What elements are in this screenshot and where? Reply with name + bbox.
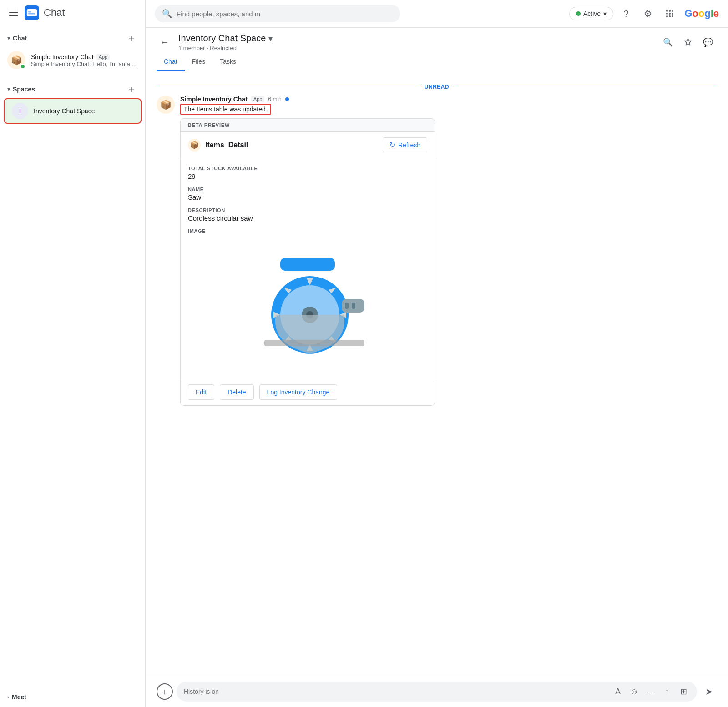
card-title: Items_Detail (205, 141, 248, 149)
settings-icon[interactable]: ⚙ (639, 5, 657, 23)
help-icon[interactable]: ? (617, 5, 635, 23)
field-total-stock-value: 29 (188, 172, 427, 180)
field-name-label: NAME (188, 187, 427, 192)
tab-tasks[interactable]: Tasks (212, 53, 243, 71)
delete-button[interactable]: Delete (220, 384, 253, 400)
upload-icon[interactable]: ↑ (661, 685, 673, 698)
chat-section: ▾ Chat ＋ 📦 Simple Inventory Chat App Sim… (0, 25, 145, 76)
sidebar-header: Chat (0, 0, 145, 25)
svg-point-13 (672, 15, 673, 17)
chat-header-dropdown-icon[interactable]: ▾ (268, 34, 273, 44)
active-status-button[interactable]: Active ▾ (569, 7, 613, 20)
chat-header-name: Inventory Chat Space (178, 33, 266, 44)
svg-point-12 (669, 15, 671, 17)
circular-saw-svg (239, 244, 376, 358)
more-options-icon[interactable]: ⋯ (644, 685, 657, 698)
chat-section-header[interactable]: ▾ Chat ＋ (0, 29, 145, 47)
chat-item-preview: Simple Inventory Chat: Hello, I'm an awe… (31, 61, 138, 67)
message-text: The Items table was updated. (180, 104, 717, 115)
svg-point-6 (669, 10, 671, 12)
search-input[interactable] (177, 10, 393, 18)
sidebar: Chat ▾ Chat ＋ 📦 Simple Inventory Chat Ap… (0, 0, 146, 707)
message-sender-badge: App (251, 96, 265, 102)
spaces-section-left: ▾ Spaces (7, 86, 35, 93)
svg-point-10 (672, 13, 673, 15)
search-chat-icon[interactable]: 🔍 (659, 33, 677, 51)
message-header: Simple Inventory Chat App 6 min (180, 96, 717, 103)
spaces-section: ▾ Spaces ＋ I Inventory Chat Space (0, 76, 145, 127)
svg-point-9 (669, 13, 671, 15)
space-item-inventory[interactable]: I Inventory Chat Space (4, 98, 142, 124)
svg-rect-29 (345, 303, 349, 309)
active-chevron-icon: ▾ (603, 10, 607, 17)
field-total-stock: TOTAL STOCK AVAILABLE 29 (188, 166, 427, 180)
meet-chevron-icon: › (7, 694, 9, 700)
back-button[interactable]: ← (157, 34, 173, 50)
search-icon: 🔍 (162, 9, 172, 19)
search-bar[interactable]: 🔍 (155, 5, 400, 22)
meet-header[interactable]: › Meet (0, 691, 145, 703)
items-detail-card: BETA PREVIEW 📦 Items_Detail ↻ Refresh (180, 118, 435, 406)
edit-button[interactable]: Edit (188, 384, 214, 400)
space-avatar: I (12, 103, 28, 119)
message-input-bar: ＋ A ☺ ⋯ ↑ ⊞ ➤ (146, 676, 728, 707)
hamburger-icon[interactable] (7, 8, 20, 18)
field-description-value: Cordless circular saw (188, 214, 427, 222)
apps-icon[interactable] (661, 5, 679, 23)
svg-rect-15 (280, 258, 335, 271)
meet-label: Meet (12, 693, 26, 701)
chat-item-simple-inventory[interactable]: 📦 Simple Inventory Chat App Simple Inven… (0, 47, 145, 73)
add-space-icon[interactable]: ＋ (125, 83, 138, 96)
spaces-section-header[interactable]: ▾ Spaces ＋ (0, 80, 145, 98)
chat-bubble-icon[interactable]: 💬 (699, 33, 717, 51)
text-format-icon[interactable]: A (612, 685, 624, 698)
avatar-online-badge (20, 64, 25, 69)
tab-files[interactable]: Files (185, 53, 213, 71)
active-dot-icon (576, 11, 581, 16)
field-name-value: Saw (188, 193, 427, 201)
space-item-name: Inventory Chat Space (34, 107, 95, 115)
send-button[interactable]: ➤ (701, 683, 717, 700)
chat-section-label: Chat (13, 35, 27, 42)
video-add-icon[interactable]: ⊞ (677, 685, 690, 698)
card-actions: Edit Delete Log Inventory Change (181, 379, 435, 405)
svg-rect-30 (352, 303, 355, 309)
card-header-left: 📦 Items_Detail (188, 139, 248, 152)
topbar-right: Active ▾ ? ⚙ Google (569, 5, 719, 23)
log-inventory-change-button[interactable]: Log Inventory Change (259, 384, 338, 400)
tabs: Chat Files Tasks (146, 53, 728, 71)
pin-icon[interactable] (679, 33, 697, 51)
field-image: IMAGE (188, 228, 427, 365)
svg-rect-3 (28, 12, 31, 13)
message-text-highlight: The Items table was updated. (180, 104, 271, 115)
card-body: TOTAL STOCK AVAILABLE 29 NAME Saw DESCRI… (181, 158, 435, 379)
chat-header-info: Inventory Chat Space ▾ 1 member · Restri… (178, 33, 653, 51)
message-avatar: 📦 (157, 96, 175, 114)
message-time: 6 min (268, 96, 281, 102)
chat-content: UNREAD 📦 Simple Inventory Chat App 6 min… (146, 71, 728, 676)
unread-line-right (455, 87, 717, 87)
chat-item-info: Simple Inventory Chat App Simple Invento… (31, 53, 138, 67)
card-header-icon: 📦 (188, 139, 201, 152)
emoji-icon[interactable]: ☺ (628, 685, 641, 698)
chat-header: ← Inventory Chat Space ▾ 1 member · Rest… (146, 28, 728, 51)
svg-rect-1 (27, 9, 37, 16)
spaces-section-label: Spaces (13, 86, 35, 93)
chat-name-row: Simple Inventory Chat App (31, 53, 138, 61)
svg-point-7 (672, 10, 673, 12)
topbar: 🔍 Active ▾ ? ⚙ (146, 0, 728, 28)
message-unread-dot (285, 97, 289, 101)
message-sender: Simple Inventory Chat (180, 96, 248, 103)
field-name: NAME Saw (188, 187, 427, 201)
add-chat-icon[interactable]: ＋ (125, 32, 138, 45)
chat-section-left: ▾ Chat (7, 35, 27, 42)
chat-chevron-icon: ▾ (7, 35, 10, 41)
card-header: 📦 Items_Detail ↻ Refresh (181, 132, 435, 158)
refresh-button[interactable]: ↻ Refresh (383, 137, 427, 152)
message-input[interactable] (184, 688, 608, 695)
field-total-stock-label: TOTAL STOCK AVAILABLE (188, 166, 427, 171)
tab-chat[interactable]: Chat (157, 53, 185, 71)
message-body: Simple Inventory Chat App 6 min The Item… (180, 96, 717, 406)
add-message-button[interactable]: ＋ (157, 683, 173, 700)
chat-logo-icon (25, 5, 39, 20)
